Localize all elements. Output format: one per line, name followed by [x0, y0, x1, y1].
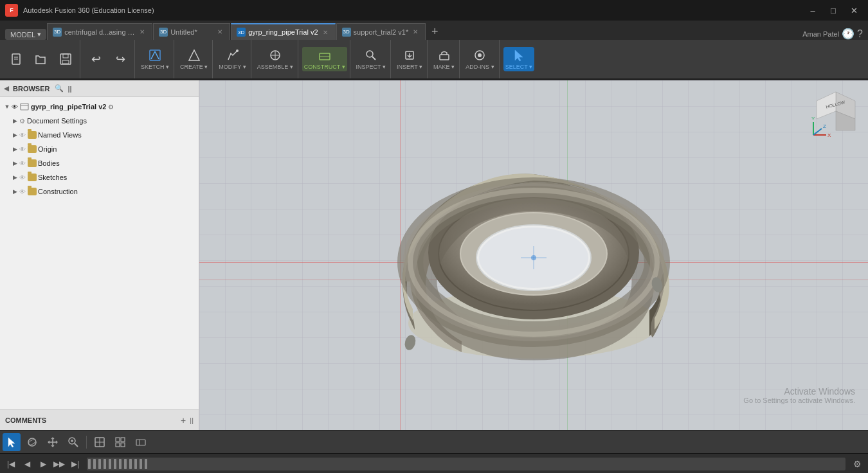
view-cube[interactable]: HOLLOW X Y Z: [810, 87, 862, 138]
browser-item-bodies[interactable]: ▶ 👁 Bodies: [0, 156, 199, 170]
inspect-button[interactable]: INSPECT ▾: [354, 47, 388, 71]
browser-item-named-views[interactable]: ▶ 👁 Named Views: [0, 128, 199, 142]
timeline-go-start-button[interactable]: |◀: [4, 457, 18, 471]
modify-button[interactable]: MODIFY ▾: [217, 47, 248, 71]
insert-button[interactable]: INSERT ▾: [395, 47, 424, 71]
minimize-button[interactable]: –: [804, 4, 822, 17]
app-title: Autodesk Fusion 360 (Education License): [23, 6, 799, 14]
undo-button[interactable]: ↩: [84, 51, 107, 67]
help-icon[interactable]: ?: [857, 28, 863, 40]
svg-rect-4: [63, 54, 68, 58]
timeline-settings-button[interactable]: ⚙: [850, 457, 864, 471]
origin-arrow: ▶: [10, 146, 19, 152]
model-menu-button[interactable]: MODEL ▾: [5, 29, 46, 40]
create-group: CREATE ▾: [176, 40, 213, 78]
svg-rect-67: [136, 440, 145, 445]
tab-centrifugal[interactable]: 3D centrifugal d...asing ring v1 ✕: [47, 23, 152, 40]
close-button[interactable]: ✕: [845, 4, 863, 17]
construct-button[interactable]: CONSTRUCT ▾: [302, 47, 347, 71]
browser-title: BROWSER: [13, 85, 50, 93]
svg-marker-23: [515, 50, 523, 61]
tab-close-icon[interactable]: ✕: [411, 28, 420, 37]
collapse-comments-button[interactable]: ||: [190, 416, 194, 424]
construction-vis-icon[interactable]: 👁: [19, 188, 26, 195]
tabs-row: MODEL ▾ 3D centrifugal d...asing ring v1…: [0, 21, 868, 40]
svg-point-39: [403, 334, 417, 351]
maximize-button[interactable]: □: [824, 4, 842, 17]
tab-untitled[interactable]: 3D Untitled* ✕: [153, 23, 230, 40]
select-mode-button[interactable]: [3, 433, 21, 451]
origin-folder-icon: [28, 145, 37, 153]
pan-mode-button[interactable]: [44, 433, 62, 451]
insert-label: INSERT ▾: [397, 64, 422, 70]
clock-icon: 🕐: [842, 28, 854, 40]
browser-item-document-settings[interactable]: ▶ ⚙ Document Settings: [0, 114, 199, 128]
tab-gyrp[interactable]: 3D gyrp_ring_pipeTrial v2 ✕: [231, 23, 335, 40]
sketch-group: SKETCH ▾: [136, 40, 174, 78]
orbit-mode-button[interactable]: [23, 433, 41, 451]
tab-support[interactable]: 3D support_trial2 v1* ✕: [336, 23, 426, 40]
assemble-label: ASSEMBLE ▾: [257, 64, 293, 70]
construction-label: Construction: [38, 188, 78, 195]
display-mode-button[interactable]: [91, 433, 109, 451]
viewport[interactable]: HOLLOW X Y Z Activate Windows Go to Sett…: [199, 80, 868, 430]
timeline-play-back-button[interactable]: ◀: [20, 457, 34, 471]
timeline-marker: [145, 459, 147, 469]
save-button[interactable]: [54, 51, 77, 67]
create-button[interactable]: CREATE ▾: [178, 47, 210, 71]
redo-button[interactable]: ↪: [109, 51, 132, 67]
browser-search-icon[interactable]: 🔍: [55, 84, 64, 93]
browser-item-construction[interactable]: ▶ 👁 Construction: [0, 184, 199, 199]
timeline-go-end-button[interactable]: ▶|: [68, 457, 82, 471]
browser-item-origin[interactable]: ▶ 👁 Origin: [0, 142, 199, 156]
bottom-separator-1: [86, 436, 87, 449]
timeline-track[interactable]: [87, 458, 845, 470]
sketches-folder-icon: [28, 174, 37, 181]
tab-close-icon[interactable]: ✕: [215, 28, 224, 37]
timeline-play-button[interactable]: ▶: [36, 457, 50, 471]
tab-label: gyrp_ring_pipeTrial v2: [248, 28, 318, 36]
browser-expand-icon[interactable]: ||: [68, 85, 71, 93]
origin-vis-icon[interactable]: 👁: [19, 146, 26, 153]
select-button[interactable]: SELECT ▾: [503, 47, 534, 71]
new-button[interactable]: [5, 51, 28, 67]
assemble-button[interactable]: ASSEMBLE ▾: [255, 47, 295, 71]
tab-icon: 3D: [159, 28, 168, 37]
user-name: Aman Patel: [802, 30, 839, 38]
browser-collapse-icon[interactable]: ◀: [4, 85, 9, 92]
make-label: MAKE ▾: [433, 64, 455, 70]
main-area: ◀ BROWSER 🔍 || ▼ 👁 gyrp_ring_pipeTrial v…: [0, 80, 868, 430]
grid-mode-button[interactable]: [111, 433, 129, 451]
svg-text:X: X: [827, 132, 831, 138]
add-tab-button[interactable]: +: [426, 23, 443, 40]
make-button[interactable]: MAKE ▾: [431, 47, 457, 71]
environment-mode-button[interactable]: [132, 433, 150, 451]
root-arrow-icon: ▼: [3, 103, 12, 110]
timeline-marker: [140, 459, 142, 469]
open-button[interactable]: [30, 51, 53, 67]
root-visibility-icon[interactable]: 👁: [12, 103, 18, 111]
tab-close-icon[interactable]: ✕: [138, 28, 147, 37]
root-settings-icon[interactable]: ⚙: [108, 103, 114, 111]
tab-label: support_trial2 v1*: [354, 28, 409, 36]
zoom-mode-button[interactable]: [64, 433, 82, 451]
browser-item-sketches[interactable]: ▶ 👁 Sketches: [0, 170, 199, 184]
named-views-vis-icon[interactable]: 👁: [19, 132, 26, 139]
assemble-group: ASSEMBLE ▾: [253, 40, 298, 78]
select-label: SELECT ▾: [505, 64, 532, 70]
named-views-label: Named Views: [38, 131, 82, 139]
add-comment-button[interactable]: +: [181, 415, 186, 425]
svg-text:Y: Y: [811, 116, 815, 121]
addins-group: ADD-INS ▾: [461, 40, 500, 78]
browser-content: ▼ 👁 gyrp_ring_pipeTrial v2 ⚙ ▶ ⚙ Documen…: [0, 97, 199, 409]
sketch-button[interactable]: SKETCH ▾: [139, 47, 171, 71]
browser-root-item[interactable]: ▼ 👁 gyrp_ring_pipeTrial v2 ⚙: [0, 100, 199, 114]
addins-button[interactable]: ADD-INS ▾: [464, 47, 496, 71]
command-toolbar: ↩ ↪ SKETCH ▾: [0, 40, 868, 80]
bodies-vis-icon[interactable]: 👁: [19, 160, 26, 167]
doc-settings-vis-icon[interactable]: ⚙: [19, 118, 25, 125]
tab-close-icon[interactable]: ✕: [321, 28, 330, 37]
timeline-play-fwd-button[interactable]: ▶▶: [52, 457, 66, 471]
sketches-vis-icon[interactable]: 👁: [19, 174, 26, 181]
timeline-bar: |◀ ◀ ▶ ▶▶ ▶| ⚙: [0, 453, 868, 473]
